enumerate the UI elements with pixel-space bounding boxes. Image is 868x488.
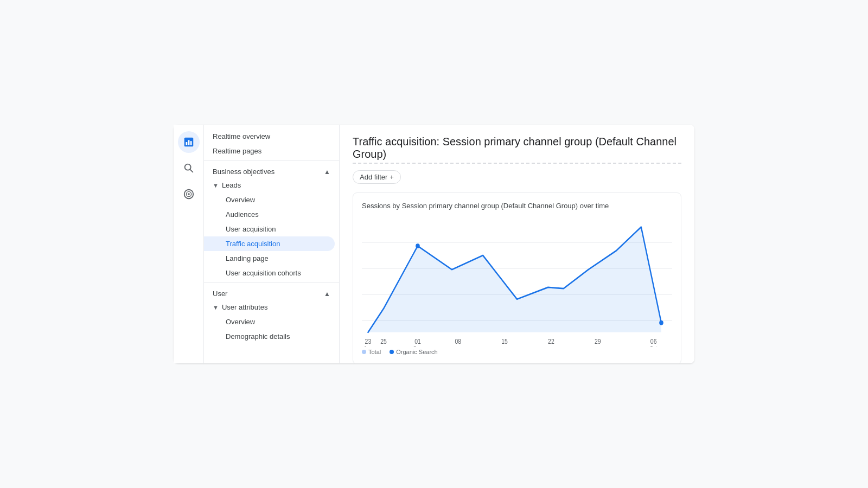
analytics-nav-icon[interactable] xyxy=(178,131,200,153)
plus-icon: + xyxy=(390,173,394,181)
chart-area-fill xyxy=(368,227,661,332)
x-sublabel-sep: Sep xyxy=(413,345,422,346)
chart-area: 23 25 Aug 01 Sep 08 15 22 29 06 Oct xyxy=(362,216,672,346)
filter-bar: Add filter + xyxy=(353,170,681,184)
legend-organic-search: Organic Search xyxy=(390,349,437,355)
x-label-15: 15 xyxy=(501,338,508,345)
nav-realtime-overview[interactable]: Realtime overview xyxy=(204,129,339,144)
nav-section-business-objectives[interactable]: Business objectives ▲ xyxy=(204,163,339,178)
page-title: Traffic acquisition: Session primary cha… xyxy=(353,136,681,164)
svg-rect-2 xyxy=(188,140,189,145)
x-sublabel-oct: Oct xyxy=(649,345,658,346)
nav-leads-landing-page[interactable]: Landing page xyxy=(204,251,339,266)
chevron-up-icon: ▲ xyxy=(324,168,330,176)
nav-divider-1 xyxy=(204,160,339,161)
chart-card: Sessions by Session primary channel grou… xyxy=(353,192,681,363)
icon-rail xyxy=(174,125,204,363)
nav-group-user-attributes[interactable]: ▼ User attributes xyxy=(204,300,339,314)
x-label-06: 06 xyxy=(650,338,657,345)
chart-legend: Total Organic Search xyxy=(362,349,672,355)
x-sublabel-aug: Aug xyxy=(363,345,373,346)
nav-leads-audiences[interactable]: Audiences xyxy=(204,207,339,222)
sidebar: Realtime overview Realtime pages Busines… xyxy=(204,125,340,363)
legend-organic-dot xyxy=(390,350,394,354)
x-label-01: 01 xyxy=(414,338,421,345)
nav-leads-traffic-acquisition[interactable]: Traffic acquisition xyxy=(204,236,335,251)
x-label-23: 23 xyxy=(365,338,372,345)
arrow-down-icon-2: ▼ xyxy=(213,304,219,311)
chart-point-peak xyxy=(416,243,420,248)
arrow-down-icon: ▼ xyxy=(213,182,219,189)
x-label-29: 29 xyxy=(595,338,601,345)
legend-total-dot xyxy=(362,350,366,354)
svg-point-8 xyxy=(188,193,190,195)
nav-leads-user-acquisition-cohorts[interactable]: User acquisition cohorts xyxy=(204,266,339,280)
tag-nav-icon[interactable] xyxy=(178,183,200,205)
chevron-up-icon-2: ▲ xyxy=(324,290,330,298)
nav-user-attributes-overview[interactable]: Overview xyxy=(204,314,339,329)
chart-title: Sessions by Session primary channel grou… xyxy=(362,202,672,210)
chart-point-end xyxy=(659,320,663,325)
nav-section-user[interactable]: User ▲ xyxy=(204,285,339,300)
main-container: Realtime overview Realtime pages Busines… xyxy=(174,125,694,363)
chart-svg: 23 25 Aug 01 Sep 08 15 22 29 06 Oct xyxy=(362,216,672,346)
nav-leads-overview[interactable]: Overview xyxy=(204,192,339,207)
x-label-22: 22 xyxy=(548,338,554,345)
add-filter-button[interactable]: Add filter + xyxy=(353,170,401,184)
x-label-08: 08 xyxy=(455,338,461,345)
svg-rect-1 xyxy=(186,142,187,145)
main-content: Traffic acquisition: Session primary cha… xyxy=(340,125,694,363)
legend-total: Total xyxy=(362,349,381,355)
nav-user-attributes-demographic[interactable]: Demographic details xyxy=(204,329,339,344)
nav-realtime-pages[interactable]: Realtime pages xyxy=(204,144,339,158)
svg-line-5 xyxy=(190,169,193,172)
x-label-25: 25 xyxy=(380,338,387,345)
nav-group-leads[interactable]: ▼ Leads xyxy=(204,178,339,192)
svg-rect-3 xyxy=(190,141,192,145)
nav-leads-user-acquisition[interactable]: User acquisition xyxy=(204,222,339,236)
nav-divider-2 xyxy=(204,282,339,283)
search-nav-icon[interactable] xyxy=(178,157,200,179)
